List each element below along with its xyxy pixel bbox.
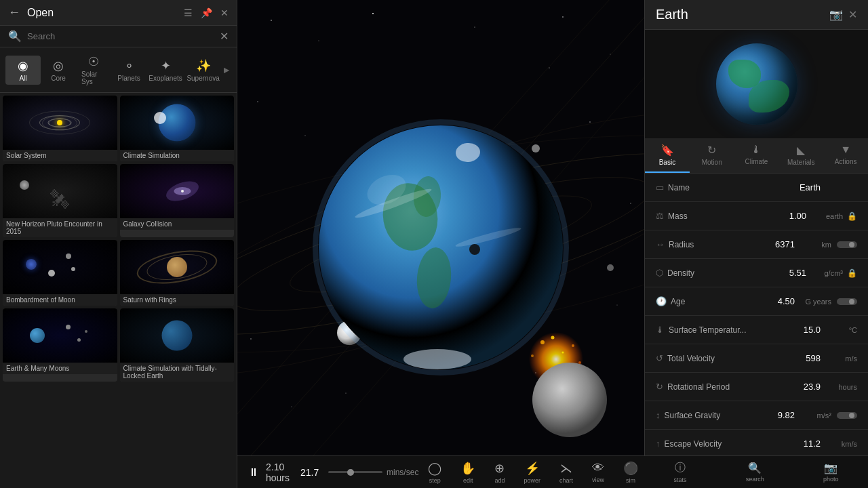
edit-button[interactable]: ✋ edit	[451, 458, 485, 487]
gravity-slider[interactable]	[837, 412, 857, 419]
space-view[interactable]	[237, 0, 644, 488]
thumb-climate[interactable]: Climate Simulation	[120, 96, 235, 161]
thumb-galaxy[interactable]: Galaxy Collision	[120, 164, 235, 237]
chart-label: chart	[559, 477, 573, 484]
svg-point-11	[617, 305, 618, 306]
tab-motion[interactable]: ↻ Motion	[690, 138, 734, 173]
tab-climate[interactable]: 🌡 Climate	[734, 138, 779, 173]
pin-icon[interactable]: 📌	[201, 7, 212, 18]
photo-button[interactable]: 📷 photo	[818, 459, 844, 485]
step-button[interactable]: ◯ step	[418, 458, 451, 487]
list-icon[interactable]: ☰	[184, 7, 193, 18]
tab-basic[interactable]: 🔖 Basic	[645, 138, 690, 173]
svg-point-10	[630, 203, 631, 203]
earth-thumbnail-area	[645, 30, 868, 138]
prop-temp-row: 🌡 Surface Temperatur... 15.0 °C	[645, 316, 868, 344]
close-right-panel-icon[interactable]: ✕	[848, 8, 857, 21]
prop-radius-row: ↔ Radius 6371 km	[645, 230, 868, 259]
svg-point-6	[610, 54, 611, 55]
view-button[interactable]: 👁 view	[583, 458, 614, 486]
view-label: view	[592, 476, 604, 483]
add-label: add	[494, 477, 505, 484]
materials-tab-icon: ◣	[797, 144, 805, 157]
mass-lock-icon[interactable]: 🔒	[847, 211, 857, 221]
actions-tab-icon: ▼	[840, 144, 851, 156]
velocity-prop-value: 598	[751, 353, 821, 363]
thumb-climate2[interactable]: Climate Simulation with Tidally-Locked E…	[120, 308, 235, 382]
density-prop-unit: g/cm³	[809, 269, 843, 277]
properties-list: ▭ Name Earth ⚖ Mass 1.00 earth 🔒 ↔	[645, 174, 868, 488]
prop-escape-row: ↑ Escape Velocity 11.2 km/s	[645, 430, 868, 458]
tab-core[interactable]: ◎ Core	[41, 56, 76, 85]
mass-prop-icon: ⚖	[656, 211, 664, 221]
thumb-solar-system[interactable]: Solar System	[3, 96, 117, 161]
thumb-climate2-label: Climate Simulation with Tidally-Locked E…	[120, 363, 235, 382]
thumb-row-4: Earth & Many Moons Climate Simulation wi…	[3, 308, 234, 382]
search-clear-icon[interactable]: ✕	[220, 30, 229, 43]
svg-point-7	[257, 101, 258, 102]
thumb-moon-bomb[interactable]: Bombardment of Moon	[3, 240, 117, 306]
temp-prop-unit: °C	[823, 326, 857, 334]
actions-tab-label: Actions	[835, 158, 857, 165]
climate-tab-icon: 🌡	[751, 144, 762, 156]
speed-slider[interactable]	[328, 471, 382, 473]
tab-core-label: Core	[51, 75, 66, 82]
svg-point-16	[346, 393, 347, 394]
panel-title: Open	[27, 7, 177, 19]
tab-all-label: All	[19, 75, 26, 82]
tab-planets[interactable]: ⚬ Planets	[111, 56, 146, 85]
sim-label: sim	[626, 477, 635, 484]
svg-point-39	[531, 354, 534, 357]
thumb-saturn-label: Saturn with Rings	[120, 294, 235, 306]
prop-density-row: ⬡ Density 5.51 g/cm³ 🔒	[645, 259, 868, 287]
tab-solar[interactable]: ☉ Solar Sys	[76, 52, 111, 88]
view-icon: 👁	[592, 461, 604, 475]
thumb-saturn[interactable]: Saturn with Rings	[120, 240, 235, 306]
tab-materials[interactable]: ◣ Materials	[778, 138, 823, 173]
space-canvas	[237, 0, 644, 488]
mass-prop-unit: earth	[809, 212, 843, 220]
add-button[interactable]: ⊕ add	[485, 458, 514, 487]
svg-point-9	[589, 121, 591, 123]
prop-velocity-row: ↺ Total Velocity 598 m/s	[645, 344, 868, 373]
tab-exoplanets[interactable]: ✦ Exoplanets	[146, 56, 184, 85]
search-button[interactable]: 🔍 search	[741, 459, 770, 485]
search-bottom-icon: 🔍	[748, 462, 762, 474]
search-bar: 🔍 ✕	[0, 26, 237, 47]
search-input[interactable]	[27, 31, 214, 41]
motion-tab-icon: ↻	[707, 144, 716, 157]
tab-supernova[interactable]: ✨ Supernova	[184, 56, 222, 85]
tab-actions[interactable]: ▼ Actions	[823, 138, 868, 173]
tab-all[interactable]: ◉ All	[5, 56, 41, 85]
thumb-earth-moons[interactable]: Earth & Many Moons	[3, 308, 117, 382]
solar-icon: ☉	[88, 54, 99, 69]
more-categories-icon[interactable]: ►	[222, 64, 231, 75]
density-lock-icon[interactable]: 🔒	[847, 268, 857, 278]
age-slider[interactable]	[837, 298, 857, 305]
name-prop-icon: ▭	[656, 182, 664, 192]
prop-gravity-row: ↕ Surface Gravity 9.82 m/s²	[645, 401, 868, 430]
pause-button[interactable]: ⏸	[248, 466, 259, 479]
svg-point-52	[469, 244, 480, 255]
time-display: 2.10 hours	[266, 462, 290, 483]
materials-tab-label: Materials	[787, 159, 815, 166]
step-label: step	[429, 477, 441, 484]
all-icon: ◉	[18, 58, 28, 73]
stats-button[interactable]: ⓘ stats	[669, 458, 692, 486]
radius-slider[interactable]	[837, 241, 857, 248]
thumb-pluto[interactable]: 🛰 New Horizon Pluto Encounter in 2015	[3, 164, 117, 237]
tab-exo-label: Exoplanets	[149, 75, 182, 82]
prop-mass-row: ⚖ Mass 1.00 earth 🔒	[645, 202, 868, 230]
power-button[interactable]: ⚡ power	[514, 458, 550, 487]
chart-button[interactable]: ⋋ chart	[550, 458, 583, 487]
image-off-icon[interactable]: 📷̸	[829, 8, 843, 21]
close-panel-icon[interactable]: ✕	[220, 7, 229, 18]
svg-point-32	[532, 144, 540, 152]
bottom-bar: ⏸ 2.10 hours 21.7 mins/sec ◯ step ✋ edit…	[237, 455, 644, 488]
thumb-moon-bomb-label: Bombardment of Moon	[3, 294, 117, 306]
svg-point-5	[562, 16, 564, 18]
bottom-actions: ◯ step ✋ edit ⊕ add ⚡ power ⋋ chart 👁 vi…	[418, 458, 648, 487]
back-button[interactable]: ←	[8, 5, 20, 20]
sim-button[interactable]: ⚫ sim	[614, 458, 648, 487]
photo-icon: 📷	[824, 462, 837, 474]
